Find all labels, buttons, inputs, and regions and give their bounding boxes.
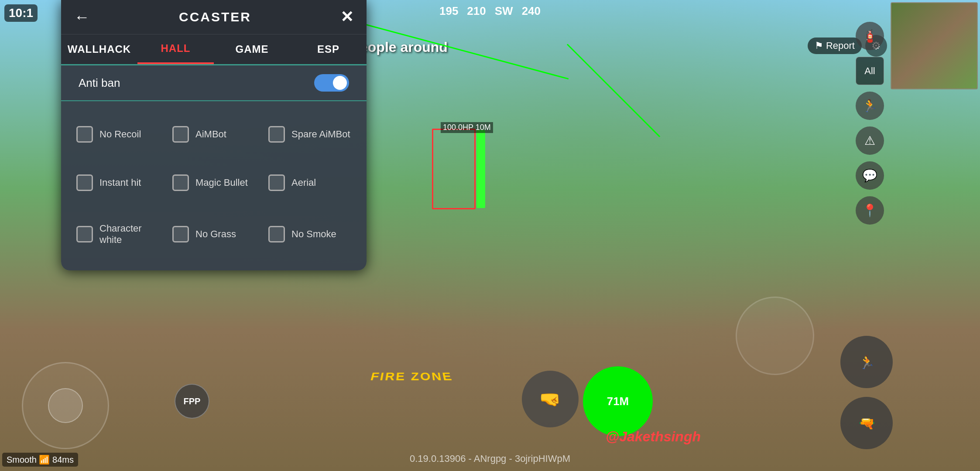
tab-wallhack[interactable]: WALLHACK	[61, 34, 137, 64]
fpp-button[interactable]: FPP	[175, 384, 209, 419]
melee-icon: 🤜	[539, 389, 561, 410]
minimap-inner	[891, 3, 977, 89]
label-instant-hit: Instant hit	[99, 177, 141, 188]
right-weapon-buttons: 🏃 🔫	[840, 336, 893, 449]
ms-text: 84ms	[52, 455, 74, 464]
toggle-knob	[333, 76, 347, 90]
distance-indicator[interactable]: 71M	[583, 366, 653, 436]
smooth-text: Smooth	[7, 455, 37, 464]
label-no-recoil: No Recoil	[99, 129, 141, 140]
checkbox-no-grass[interactable]	[172, 226, 189, 242]
hud-top-left: 10:1	[4, 4, 38, 22]
report-label: Report	[826, 40, 855, 51]
server-tag: SW	[495, 4, 513, 18]
players-divider: 210	[467, 4, 486, 18]
option-instant-hit[interactable]: Instant hit	[70, 158, 166, 207]
checkbox-instant-hit[interactable]	[76, 174, 93, 191]
tab-hall[interactable]: HALL	[137, 34, 214, 64]
options-grid: No Recoil AiMBot Spare AiMBot Instant hi…	[61, 101, 367, 270]
game-timer: 10:1	[4, 4, 38, 22]
option-spare-aimbot[interactable]: Spare AiMBot	[262, 110, 358, 158]
cheat-menu-header: ← CCASTER ✕	[61, 0, 367, 34]
cheat-menu: ← CCASTER ✕ WALLHACK HALL GAME ESP Anti …	[61, 0, 367, 270]
label-magic-bullet: Magic Bullet	[195, 177, 248, 188]
hud-right-icons: 🧯 All 🏃 ⚠ 💬 📍	[856, 22, 884, 225]
option-no-smoke[interactable]: No Smoke	[262, 207, 358, 262]
option-magic-bullet[interactable]: Magic Bullet	[166, 158, 262, 207]
distance-label: 71M	[607, 395, 629, 408]
joystick-inner	[48, 388, 83, 423]
checkbox-spare-aimbot[interactable]	[268, 126, 285, 143]
players-right: 240	[522, 4, 541, 18]
checkbox-aerial[interactable]	[268, 174, 285, 191]
report-icon: ⚑	[815, 40, 823, 51]
all-button[interactable]: All	[856, 57, 884, 85]
label-no-smoke: No Smoke	[291, 229, 336, 240]
extinguisher-button[interactable]: 🧯	[856, 22, 884, 50]
enemy-esp-box	[432, 129, 476, 209]
hud-top-center: 195 210 SW 240	[439, 4, 541, 18]
label-no-grass: No Grass	[195, 229, 236, 240]
label-spare-aimbot: Spare AiMBot	[291, 129, 350, 140]
back-button[interactable]: ←	[74, 8, 90, 26]
checkbox-magic-bullet[interactable]	[172, 174, 189, 191]
close-button[interactable]: ✕	[340, 8, 353, 26]
tabs-row: WALLHACK HALL GAME ESP	[61, 34, 367, 65]
watermark-text: @Jakethsingh	[606, 429, 701, 445]
prone-button[interactable]: 🔫	[840, 397, 893, 449]
fire-zone-label: FIRE ZONE	[369, 370, 454, 383]
anti-ban-row: Anti ban	[61, 65, 367, 101]
jump-button[interactable]: 🏃	[840, 336, 893, 388]
checkbox-no-recoil[interactable]	[76, 126, 93, 143]
enemy-hp-bar	[476, 130, 485, 208]
version-text: 0.19.0.13906 - ANrgpg - 3ojripHIWpM	[410, 453, 570, 464]
option-character-white[interactable]: Character white	[70, 207, 166, 262]
people-around-text: eople around	[360, 39, 448, 55]
tab-esp[interactable]: ESP	[290, 34, 367, 64]
label-aimbot: AiMBot	[195, 129, 226, 140]
label-character-white: Character white	[99, 223, 159, 246]
checkbox-no-smoke[interactable]	[268, 226, 285, 242]
menu-title: CCASTER	[179, 10, 251, 24]
anti-ban-toggle[interactable]	[314, 74, 349, 92]
anti-ban-label: Anti ban	[79, 76, 120, 90]
tab-game[interactable]: GAME	[214, 34, 290, 64]
option-no-recoil[interactable]: No Recoil	[70, 110, 166, 158]
option-no-grass[interactable]: No Grass	[166, 207, 262, 262]
players-left: 195	[439, 4, 458, 18]
label-aerial: Aerial	[291, 177, 316, 188]
alert-button[interactable]: ⚠	[856, 126, 884, 155]
checkbox-character-white[interactable]	[76, 226, 93, 242]
fpp-label: FPP	[184, 396, 201, 406]
top-right-controls: ⚑ Report ⚙	[808, 2, 978, 89]
enemy-hp-text: 100.0HP 10M	[441, 122, 493, 133]
checkbox-aimbot[interactable]	[172, 126, 189, 143]
joystick-area[interactable]	[22, 362, 109, 449]
option-aerial[interactable]: Aerial	[262, 158, 358, 207]
report-button[interactable]: ⚑ Report	[808, 38, 862, 54]
shoot-button-area[interactable]	[736, 297, 814, 375]
option-aimbot[interactable]: AiMBot	[166, 110, 262, 158]
smooth-label: Smooth 📶 84ms	[2, 453, 78, 467]
run-button[interactable]: 🏃	[856, 92, 884, 120]
chat-button[interactable]: 💬	[856, 161, 884, 190]
location-button[interactable]: 📍	[856, 196, 884, 225]
minimap	[891, 2, 978, 89]
melee-attack-button[interactable]: 🤜	[522, 371, 579, 427]
